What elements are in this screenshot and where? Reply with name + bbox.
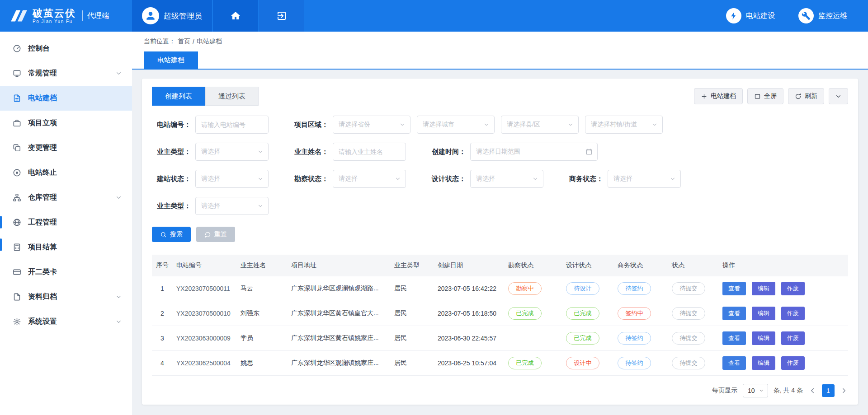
sidebar-item-project-initiation[interactable]: 项目立项 (0, 111, 132, 135)
nav-station-build[interactable]: 电站建设 (726, 8, 775, 23)
void-button[interactable]: 作废 (781, 331, 805, 345)
owner-type-select[interactable]: 请选择 (195, 143, 269, 161)
owner-type2-select[interactable]: 请选择 (195, 197, 269, 215)
table-cell: 查看 编辑 作废 (719, 276, 848, 301)
table-cell: 设计中 (562, 351, 614, 376)
build-status-select[interactable]: 请选择 (195, 170, 269, 188)
fullscreen-button[interactable]: 全屏 (747, 88, 783, 104)
user-menu[interactable]: 超级管理员 (132, 0, 212, 32)
sidebar-item-engineering-management[interactable]: 工程管理 (0, 210, 132, 235)
table-cell: 待签约 (614, 276, 668, 301)
refresh-button[interactable]: 刷新 (788, 88, 824, 104)
add-station-button[interactable]: 电站建档 (694, 88, 743, 104)
table-cell: 查看 编辑 作废 (719, 301, 848, 326)
logout-icon (276, 10, 287, 21)
column-header: 商务状态 (614, 255, 668, 276)
per-page-select[interactable]: 10 (743, 384, 768, 397)
sidebar-item-data-archive[interactable]: 资料归档 (0, 284, 132, 309)
design-status-select[interactable]: 请选择 (470, 170, 543, 188)
station-table: 序号 电站编号 业主姓名 项目地址 业主类型 创建日期 勘察状态 设计状态 商务… (152, 255, 848, 376)
view-button[interactable]: 查看 (722, 356, 746, 370)
filter-label-owner-type: 业主类型： (152, 148, 195, 156)
filter-label-business-status: 商务状态： (564, 175, 608, 183)
prev-page-button[interactable] (808, 387, 816, 395)
sidebar-item-general-management[interactable]: 常规管理 (0, 61, 132, 86)
table-row: 3 YX2023063000009 学员 广东深圳龙华区黄石镇姚家庄... 居民… (152, 326, 848, 351)
void-button[interactable]: 作废 (781, 282, 805, 295)
city-select[interactable]: 请选择城市 (417, 116, 495, 134)
table-cell (505, 326, 562, 351)
survey-status-select[interactable]: 请选择 (333, 170, 406, 188)
town-select[interactable]: 请选择村镇/街道 (585, 116, 663, 134)
view-button[interactable]: 查看 (722, 282, 746, 295)
filter-label-survey-status: 勘察状态： (289, 175, 333, 183)
chevron-down-icon (567, 121, 574, 128)
table-row: 1 YX2023070500011 马云 广东深圳龙华区观澜镇观湖路... 居民… (152, 276, 848, 301)
table-cell: 已完成 (505, 301, 562, 326)
main-content: 当前位置： 首页 / 电站建档 电站建档 创建列表 通过列表 (132, 32, 868, 415)
page-tab-strip: 电站建档 (132, 51, 868, 70)
sidebar-item-station-termination[interactable]: 电站终止 (0, 160, 132, 185)
sidebar-item-class2-card[interactable]: 开二类卡 (0, 260, 132, 284)
business-status-select[interactable]: 请选择 (608, 170, 681, 188)
briefcase-icon (13, 119, 21, 127)
globe-icon (13, 218, 21, 227)
nav-monitor-ops[interactable]: 监控运维 (798, 8, 847, 23)
logout-button[interactable] (259, 0, 304, 32)
next-page-button[interactable] (840, 387, 848, 395)
status-badge: 待签约 (618, 282, 651, 295)
reset-icon (204, 231, 211, 238)
view-button[interactable]: 查看 (722, 331, 746, 345)
table-cell: 待提交 (668, 351, 719, 376)
table-cell: 待提交 (668, 276, 719, 301)
table-cell: 2023-07-05 16:18:50 (434, 301, 505, 326)
sidebar-item-station-filing[interactable]: 电站建档 (0, 86, 132, 111)
table-cell: 居民 (391, 326, 434, 351)
province-select[interactable]: 请选择省份 (333, 116, 410, 134)
home-button[interactable] (213, 0, 258, 32)
filter-label-station-code: 电站编号： (152, 121, 195, 129)
collapse-button[interactable] (829, 88, 848, 104)
page-tab-station-filing[interactable]: 电站建档 (144, 51, 198, 69)
void-button[interactable]: 作废 (781, 356, 805, 370)
header-quick-links: 电站建设 监控运维 (726, 0, 868, 32)
void-button[interactable]: 作废 (781, 307, 805, 320)
filter-label-region: 项目区域： (289, 121, 333, 129)
page-1-button[interactable]: 1 (822, 384, 835, 397)
breadcrumb-home-link[interactable]: 首页 (178, 37, 190, 46)
settings-icon (13, 317, 21, 326)
chevron-down-icon (115, 294, 122, 300)
sidebar-item-system-settings[interactable]: 系统设置 (0, 309, 132, 334)
sidebar-item-console[interactable]: 控制台 (0, 36, 132, 61)
reset-button[interactable]: 重置 (196, 227, 235, 242)
sidebar-item-project-settlement[interactable]: 项目结算 (0, 235, 132, 260)
edit-button[interactable]: 编辑 (752, 356, 775, 370)
status-badge: 签约中 (618, 307, 651, 320)
owner-name-input[interactable] (333, 143, 406, 161)
table-cell: 查看 编辑 作废 (719, 351, 848, 376)
column-header: 业主姓名 (237, 255, 288, 276)
date-range-input[interactable]: 请选择日期范围 (470, 143, 598, 161)
edit-button[interactable]: 编辑 (752, 331, 775, 345)
table-cell: 4 (152, 351, 173, 376)
county-select[interactable]: 请选择县/区 (501, 116, 579, 134)
sidebar-item-change-management[interactable]: 变更管理 (0, 135, 132, 160)
view-button[interactable]: 查看 (722, 307, 746, 320)
table-cell: 2023-06-30 22:45:57 (434, 326, 505, 351)
chevron-down-icon (115, 318, 122, 325)
tab-create-list[interactable]: 创建列表 (152, 87, 205, 106)
table-cell: 居民 (391, 351, 434, 376)
portal-label: 代理端 (82, 10, 109, 21)
column-header: 勘察状态 (505, 255, 562, 276)
column-header: 创建日期 (434, 255, 505, 276)
dashboard-icon (13, 44, 21, 53)
tab-passed-list[interactable]: 通过列表 (205, 87, 259, 106)
sidebar-item-warehouse-management[interactable]: 仓库管理 (0, 185, 132, 210)
column-header: 状态 (668, 255, 719, 276)
search-button[interactable]: 搜索 (152, 227, 191, 242)
edit-button[interactable]: 编辑 (752, 282, 775, 295)
table-cell: 广东深圳龙华区黄石镇姚家庄... (288, 326, 391, 351)
filter-form: 电站编号： 项目区域： 请选择省份 请选择城市 请选择县/区 (152, 116, 848, 215)
station-code-input[interactable] (195, 116, 269, 134)
edit-button[interactable]: 编辑 (752, 307, 775, 320)
